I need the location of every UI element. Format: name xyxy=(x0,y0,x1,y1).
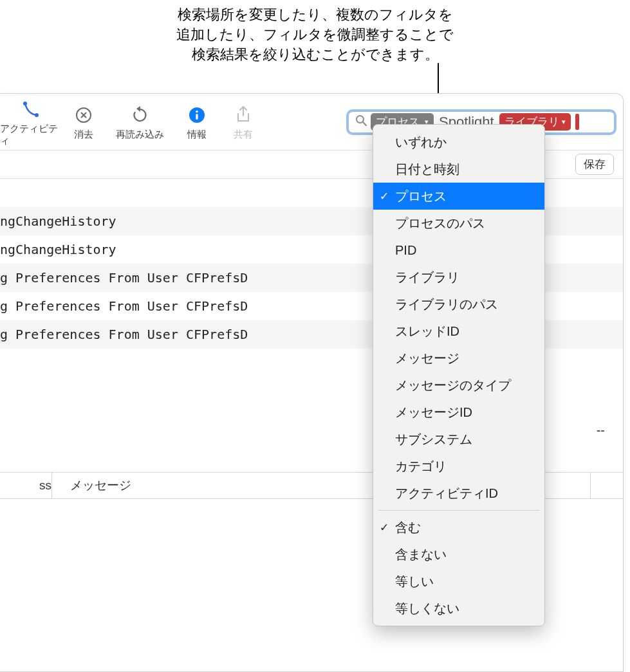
placeholder-dashes: -- xyxy=(597,423,605,438)
dropdown-item-label: プロセスのパス xyxy=(395,215,485,232)
info-label: 情報 xyxy=(187,129,207,141)
reload-button[interactable]: 再読み込み xyxy=(106,94,174,150)
column-separator[interactable] xyxy=(590,473,591,498)
dropdown-item-label: サブシステム xyxy=(395,431,472,448)
check-icon: ✓ xyxy=(380,190,389,203)
dropdown-item-label: プロセス xyxy=(395,188,447,205)
dropdown-item-label: ライブラリ xyxy=(395,269,459,286)
dropdown-item[interactable]: プロセスのパス xyxy=(373,210,544,237)
share-label: 共有 xyxy=(234,129,253,141)
dropdown-item[interactable]: スレッドID xyxy=(373,318,544,345)
svg-rect-5 xyxy=(196,114,198,120)
dropdown-item-label: メッセージ xyxy=(395,350,459,367)
dropdown-item-label: いずれか xyxy=(395,134,447,151)
dropdown-item[interactable]: ライブラリ xyxy=(373,264,544,291)
clear-button[interactable]: 消去 xyxy=(61,94,106,150)
dropdown-item[interactable]: 等しい xyxy=(373,568,544,595)
dropdown-item[interactable]: ✓プロセス xyxy=(373,183,544,210)
dropdown-item[interactable]: いずれか xyxy=(373,129,544,156)
callout-line-1: 検索場所を変更したり、複数のフィルタを xyxy=(0,5,630,25)
dropdown-item[interactable]: 等しくない xyxy=(373,595,544,622)
dropdown-item[interactable]: メッセージのタイプ xyxy=(373,372,544,399)
info-icon xyxy=(189,103,205,127)
activity-icon xyxy=(21,97,41,122)
column-separator[interactable] xyxy=(51,473,52,498)
reload-label: 再読み込み xyxy=(116,129,164,141)
save-button[interactable]: 保存 xyxy=(575,154,614,175)
clear-icon xyxy=(75,103,92,127)
dropdown-item-label: 日付と時刻 xyxy=(395,161,459,178)
dropdown-item-label: 含まない xyxy=(395,546,447,563)
library-token-cutoff xyxy=(575,114,579,130)
dropdown-item-label: 含む xyxy=(395,519,421,536)
dropdown-item[interactable]: カテゴリ xyxy=(373,453,544,480)
dropdown-item-label: スレッドID xyxy=(395,323,459,340)
activity-label: アクティビティ xyxy=(0,123,61,147)
check-icon: ✓ xyxy=(380,521,389,534)
dropdown-item-label: ライブラリのパス xyxy=(395,296,498,313)
dropdown-item[interactable]: メッセージID xyxy=(373,399,544,426)
clear-label: 消去 xyxy=(74,129,93,141)
dropdown-item[interactable]: 日付と時刻 xyxy=(373,156,544,183)
dropdown-item-label: メッセージのタイプ xyxy=(395,377,511,394)
dropdown-item[interactable]: ✓含む xyxy=(373,514,544,541)
chevron-down-icon: ▾ xyxy=(562,118,566,126)
activity-button[interactable]: アクティビティ xyxy=(0,94,61,150)
svg-point-4 xyxy=(196,111,198,113)
reload-icon xyxy=(132,103,149,127)
svg-line-7 xyxy=(363,122,366,125)
share-button[interactable]: 共有 xyxy=(220,94,266,150)
dropdown-item[interactable]: PID xyxy=(373,237,544,264)
dropdown-item-label: PID xyxy=(395,243,416,258)
dropdown-item-label: 等しくない xyxy=(395,600,459,617)
share-icon xyxy=(236,103,251,127)
info-button[interactable]: 情報 xyxy=(174,94,220,150)
dropdown-item[interactable]: ライブラリのパス xyxy=(373,291,544,318)
callout-line-3: 検索結果を絞り込むことができます。 xyxy=(0,45,630,65)
column-header-process[interactable]: ss xyxy=(0,478,51,493)
dropdown-item-label: メッセージID xyxy=(395,404,472,421)
console-window: アクティビティ 消去 再読み込み 情報 共有 xyxy=(0,93,624,672)
dropdown-item-label: アクティビティID xyxy=(395,485,498,502)
callout-text: 検索場所を変更したり、複数のフィルタを 追加したり、フィルタを微調整することで … xyxy=(0,5,630,64)
dropdown-item-label: 等しい xyxy=(395,573,434,590)
dropdown-item-label: カテゴリ xyxy=(395,458,447,475)
dropdown-separator xyxy=(378,510,539,511)
callout-line-2: 追加したり、フィルタを微調整することで xyxy=(0,25,630,45)
dropdown-item[interactable]: サブシステム xyxy=(373,426,544,453)
dropdown-item[interactable]: 含まない xyxy=(373,541,544,568)
search-icon xyxy=(355,114,367,129)
dropdown-item[interactable]: アクティビティID xyxy=(373,480,544,507)
dropdown-item[interactable]: メッセージ xyxy=(373,345,544,372)
filter-dropdown: いずれか日付と時刻✓プロセスプロセスのパスPIDライブラリライブラリのパススレッ… xyxy=(373,124,545,626)
